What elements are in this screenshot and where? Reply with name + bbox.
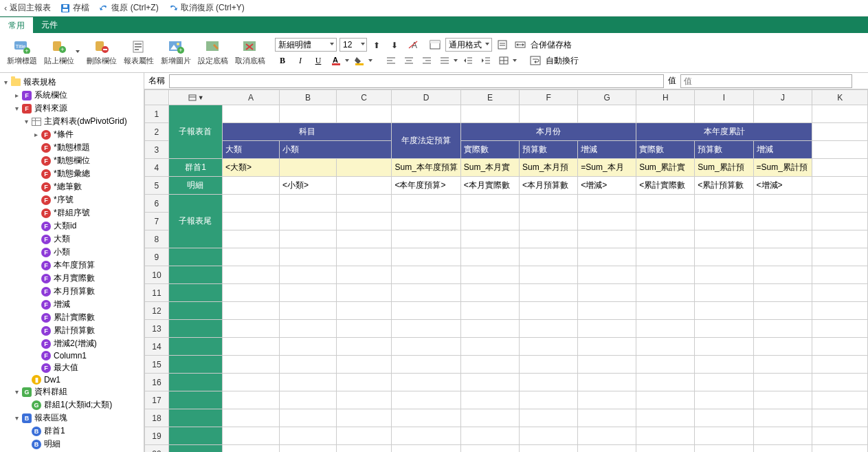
tree-item[interactable]: *動態彙總: [54, 168, 90, 180]
add-title-button[interactable]: Title+ 新增標題: [4, 38, 40, 67]
hdr-year-budget[interactable]: 年度法定預算: [392, 123, 460, 159]
tree-item[interactable]: 大類: [54, 233, 70, 245]
folder-badge-icon: B: [22, 413, 32, 423]
svg-rect-15: [135, 46, 142, 47]
tree-item[interactable]: Dw1: [44, 375, 60, 385]
redo-button[interactable]: 取消復原 (Ctrl+Y): [168, 2, 245, 14]
tree-item[interactable]: 群首1: [44, 425, 65, 437]
tree-item[interactable]: 小類: [54, 246, 70, 258]
col-header[interactable]: H: [636, 90, 695, 105]
section-group1[interactable]: 群首1: [168, 159, 222, 177]
bold-button[interactable]: B: [275, 54, 290, 67]
tree-item[interactable]: 本月實際數: [54, 272, 95, 284]
name-input[interactable]: [169, 74, 664, 88]
tree-toggle[interactable]: ▾: [1, 78, 10, 87]
tab-common[interactable]: 常用: [0, 17, 33, 33]
col-header[interactable]: E: [460, 90, 519, 105]
decrease-indent-button[interactable]: [460, 54, 476, 67]
tree-panel[interactable]: ▾報表規格 ▸F系統欄位 ▾F資料來源 ▾主資料表(dwPivotGrid) ▸…: [0, 73, 144, 452]
format-cells-icon[interactable]: [427, 38, 443, 52]
hdr-subject[interactable]: 科目: [223, 123, 392, 141]
add-image-button[interactable]: + 新增圖片: [158, 38, 194, 67]
paste-dropdown[interactable]: [76, 50, 80, 53]
delete-col-button[interactable]: 刪除欄位: [84, 38, 120, 67]
tree-item[interactable]: 本月預算數: [54, 286, 95, 297]
svg-marker-54: [464, 58, 466, 63]
merge-cells-icon[interactable]: [513, 38, 528, 52]
col-header[interactable]: B: [279, 90, 336, 105]
align-center-button[interactable]: [401, 54, 416, 67]
tree-item[interactable]: 明細: [44, 438, 60, 450]
font-select[interactable]: 新細明體: [275, 38, 337, 52]
section-detail[interactable]: 明細: [168, 177, 222, 195]
tree-item[interactable]: *群組序號: [54, 207, 90, 219]
tree-item[interactable]: 最大值: [54, 362, 78, 374]
col-header[interactable]: I: [695, 90, 753, 105]
hdr-month[interactable]: 本月份: [460, 123, 636, 141]
tree-item[interactable]: 報表區塊: [34, 412, 67, 424]
svg-marker-37: [516, 43, 518, 46]
paste-col-button[interactable]: + 貼上欄位: [41, 38, 77, 67]
tree-item[interactable]: 增減: [54, 299, 70, 310]
tree-item[interactable]: 大類id: [54, 220, 76, 232]
grow-font-button[interactable]: ⬆: [370, 38, 385, 52]
tree-item[interactable]: 增減2(增減): [54, 338, 97, 349]
underline-button[interactable]: U: [311, 54, 326, 67]
align-justify-button[interactable]: [437, 54, 458, 67]
number-format-select[interactable]: 通用格式: [445, 38, 492, 52]
tree-toggle[interactable]: ▸: [32, 131, 40, 139]
tree-root[interactable]: 報表規格: [23, 76, 56, 88]
tree-item[interactable]: 資料群組: [34, 386, 67, 398]
set-template-button[interactable]: 設定底稿: [195, 38, 231, 67]
tree-item[interactable]: *序號: [54, 194, 74, 206]
font-size-select[interactable]: 12: [340, 38, 367, 52]
unset-template-button[interactable]: 取消底稿: [232, 38, 268, 67]
col-header[interactable]: J: [753, 90, 812, 105]
hdr-ytd[interactable]: 本年度累計: [636, 123, 812, 141]
report-prop-button[interactable]: 報表屬性: [121, 38, 157, 67]
tree-item[interactable]: 累計實際數: [54, 312, 95, 323]
more-formats-icon[interactable]: [495, 38, 510, 52]
tree-item[interactable]: *動態標題: [54, 142, 90, 153]
tree-item[interactable]: *總筆數: [54, 181, 82, 193]
undo-button[interactable]: 復原 (Ctrl+Z): [99, 2, 158, 14]
tree-toggle[interactable]: ▾: [12, 105, 21, 113]
align-left-button[interactable]: [383, 54, 399, 67]
save-button[interactable]: 存檔: [60, 2, 89, 14]
value-input[interactable]: [680, 74, 852, 88]
section-subheader[interactable]: 子報表首: [168, 105, 222, 159]
col-header[interactable]: K: [812, 90, 868, 105]
clear-format-button[interactable]: A: [405, 38, 421, 52]
col-header[interactable]: C: [336, 90, 392, 105]
tree-toggle[interactable]: ▾: [12, 414, 21, 422]
italic-button[interactable]: I: [293, 54, 308, 67]
fill-color-button[interactable]: [352, 54, 372, 67]
col-header[interactable]: A: [223, 90, 280, 105]
tree-toggle[interactable]: ▾: [12, 388, 21, 396]
tree-toggle[interactable]: ▾: [22, 118, 30, 126]
wrap-text-icon[interactable]: [528, 54, 543, 67]
tree-item[interactable]: 本年度預算: [54, 259, 95, 271]
tab-component[interactable]: 元件: [33, 17, 66, 33]
font-color-button[interactable]: A: [329, 54, 349, 67]
col-header[interactable]: D: [392, 90, 460, 105]
report-grid[interactable]: ▼ABCDEFGHIJK1子報表首2科目年度法定預算本月份本年度累計3大類小類實…: [144, 89, 868, 452]
wrap-text-label: 自動換行: [546, 55, 579, 67]
tree-item[interactable]: 資料來源: [34, 103, 67, 114]
tree-item[interactable]: *動態欄位: [54, 155, 90, 166]
align-right-button[interactable]: [419, 54, 434, 67]
tree-toggle[interactable]: ▸: [12, 92, 21, 100]
tree-item[interactable]: 累計預算數: [54, 325, 95, 336]
col-header[interactable]: F: [520, 90, 578, 105]
tree-item[interactable]: 主資料表(dwPivotGrid): [44, 116, 127, 127]
tree-item[interactable]: 系統欄位: [34, 89, 67, 101]
borders-button[interactable]: [496, 54, 517, 67]
col-header[interactable]: G: [578, 90, 636, 105]
shrink-font-button[interactable]: ⬇: [388, 38, 403, 52]
back-button[interactable]: ‹ 返回主報表: [4, 2, 51, 14]
section-subfooter[interactable]: 子報表尾: [168, 195, 222, 248]
tree-item[interactable]: *條件: [54, 129, 74, 140]
tree-item[interactable]: 群組1(大類id;大類): [44, 399, 112, 411]
tree-item[interactable]: Column1: [54, 351, 87, 360]
increase-indent-button[interactable]: [478, 54, 493, 67]
